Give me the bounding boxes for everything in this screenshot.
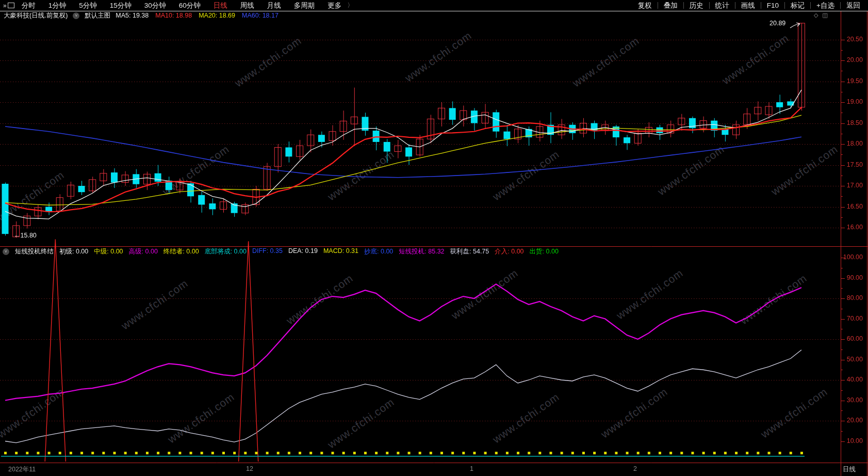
price-axis-label: 16.50 [847, 203, 863, 210]
ma-value: MA20: 18.69 [199, 12, 235, 19]
ma-value: MA60: 18.17 [242, 12, 279, 19]
price-axis-label: 16.00 [847, 224, 863, 231]
toolbar-divider [0, 11, 868, 11]
indicator-axis-label: 80.00 [847, 294, 863, 302]
indicator-header: ˅ 短线投机终结 初级: 0.00中级: 0.00高级: 0.00终结者: 0.… [3, 247, 559, 256]
collapse-panel-icon[interactable]: » [3, 2, 14, 9]
date-label: 2 [633, 465, 637, 472]
ma-values: MA5: 19.38MA10: 18.98MA20: 18.69MA60: 18… [116, 12, 279, 19]
period-tab-60分钟[interactable]: 60分钟 [179, 1, 201, 10]
indicator-field: DIFF: 0.35 [252, 247, 283, 256]
indicator-field: 短线投机: 85.32 [399, 247, 444, 256]
price-axis-label: 18.50 [847, 119, 863, 126]
period-tab-日线[interactable]: 日线 [214, 1, 227, 10]
indicator-field: MACD: 0.31 [323, 247, 358, 256]
toolbar-button-统计[interactable]: 统计 [710, 1, 735, 10]
trading-app-window: www.cfchi.comwww.cfchi.comwww.cfchi.comw… [0, 0, 868, 476]
period-tab-15分钟[interactable]: 15分钟 [110, 1, 132, 10]
chevron-down-icon[interactable]: ˅ [3, 248, 9, 255]
price-axis-label: 17.50 [847, 161, 863, 168]
toolbar-button-叠加[interactable]: 叠加 [658, 1, 683, 10]
period-tab-5分钟[interactable]: 5分钟 [79, 1, 97, 10]
toolbar-button-+自选[interactable]: +自选 [811, 1, 840, 10]
indicator-field: 抄底: 0.00 [364, 247, 393, 256]
period-tab-月线[interactable]: 月线 [267, 1, 281, 10]
high-price-annotation: 20.89 [769, 20, 785, 27]
indicator-field: 获利盘: 54.75 [450, 247, 489, 256]
indicator-axis-label: 60.00 [847, 335, 863, 342]
indicator-field: 终结者: 0.00 [163, 247, 199, 256]
price-axis-label: 19.50 [847, 77, 863, 85]
date-label: 1 [470, 465, 473, 472]
main-chart-layout-label[interactable]: 默认主图 [85, 11, 110, 20]
toolbar-button-画线[interactable]: 画线 [735, 1, 761, 10]
indicator-axis-label: 100.00 [843, 253, 863, 261]
indicator-field: 中级: 0.00 [94, 247, 123, 256]
period-tab-更多[interactable]: 更多 [327, 1, 341, 10]
indicator-axis-label: 40.00 [847, 376, 863, 383]
more-chevron-icon: 〉 [347, 1, 353, 10]
period-tab-周线[interactable]: 周线 [240, 1, 254, 10]
indicator-field: 高级: 0.00 [129, 247, 158, 256]
stock-title: 大豪科技(日线.前复权) [4, 11, 68, 20]
price-axis-label: 19.00 [847, 98, 863, 105]
price-axis-label: 18.00 [847, 140, 863, 147]
toolbar-button-返回[interactable]: 返回 [841, 1, 866, 10]
period-toolbar: » 分时1分钟5分钟15分钟30分钟60分钟日线周线月线多周期更多〉 复权叠加历… [0, 0, 868, 11]
bottom-period-label[interactable]: 日线 [843, 465, 856, 474]
period-tab-1分钟[interactable]: 1分钟 [48, 1, 67, 10]
toolbar-button-复权[interactable]: 复权 [632, 1, 658, 10]
indicator-field: 底部将成: 0.00 [205, 247, 247, 256]
indicator-axis-label: 30.00 [847, 396, 863, 404]
axes-layer: 日线 20.5020.0019.5019.0018.5018.0017.5017… [0, 0, 868, 476]
period-tab-30分钟[interactable]: 30分钟 [144, 1, 166, 10]
price-axis-label: 20.50 [847, 36, 863, 43]
indicator-axis-label: 10.00 [847, 437, 863, 445]
indicator-values: 初级: 0.00中级: 0.00高级: 0.00终结者: 0.00底部将成: 0… [59, 247, 559, 256]
period-tab-分时[interactable]: 分时 [22, 1, 36, 10]
toolbar-right-buttons: 复权叠加历史统计画线F10标记+自选返回 [632, 0, 868, 11]
corner-icon-split-window[interactable]: ◫ [822, 12, 827, 19]
date-label: 2022年11 [8, 465, 36, 474]
corner-icon-diamond[interactable]: ◇ [814, 12, 818, 19]
indicator-field: 初级: 0.00 [59, 247, 88, 256]
ma-value: MA10: 18.98 [155, 12, 192, 19]
low-price-annotation: ←15.80 [14, 232, 37, 239]
indicator-axis-label: 50.00 [847, 356, 863, 363]
indicator-axis-label: 20.00 [847, 417, 863, 424]
chart-corner-icons: ◇◫ [814, 12, 828, 19]
indicator-field: DEA: 0.19 [288, 247, 318, 256]
toolbar-button-标记[interactable]: 标记 [785, 1, 810, 10]
date-label: 12 [246, 465, 253, 472]
period-tabs: 分时1分钟5分钟15分钟30分钟60分钟日线周线月线多周期更多〉 [22, 1, 354, 10]
period-tab-多周期[interactable]: 多周期 [294, 1, 315, 10]
indicator-axis-label: 90.00 [847, 274, 863, 281]
indicator-name[interactable]: 短线投机终结 [15, 247, 54, 256]
chart-subheader: 大豪科技(日线.前复权) ˅ 默认主图 MA5: 19.38MA10: 18.9… [0, 12, 818, 19]
toolbar-button-F10[interactable]: F10 [761, 2, 784, 9]
toolbar-button-历史[interactable]: 历史 [684, 1, 709, 10]
chevron-down-icon[interactable]: ˅ [73, 12, 79, 19]
indicator-field: 出货: 0.00 [530, 247, 559, 256]
price-axis-label: 17.00 [847, 182, 863, 189]
indicator-axis-label: 70.00 [847, 315, 863, 322]
ma-value: MA5: 19.38 [116, 12, 149, 19]
price-axis-label: 20.00 [847, 56, 863, 64]
indicator-field: 介入: 0.00 [495, 247, 523, 256]
